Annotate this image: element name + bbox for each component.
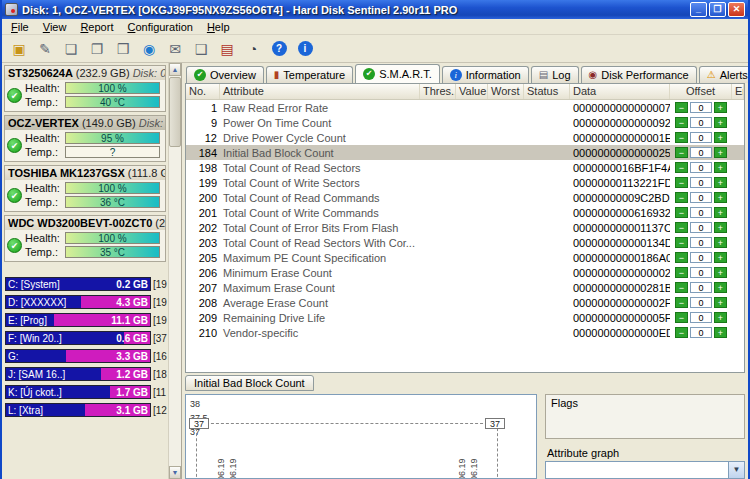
smart-attribute-row[interactable]: 206 Minimum Erase Count 0000000000000002…: [186, 265, 744, 280]
offset-decrease-button[interactable]: −: [675, 297, 688, 308]
smart-attribute-row[interactable]: 201 Total Count of Write Commands 000000…: [186, 205, 744, 220]
column-header[interactable]: Thres...: [420, 84, 456, 99]
tab[interactable]: ▤ Log: [531, 66, 579, 83]
offset-decrease-button[interactable]: −: [675, 237, 688, 248]
overview-icon[interactable]: ▣: [7, 37, 31, 61]
offset-decrease-button[interactable]: −: [675, 267, 688, 278]
offset-increase-button[interactable]: +: [714, 297, 727, 308]
offset-increase-button[interactable]: +: [714, 312, 727, 323]
help-icon[interactable]: ?: [267, 37, 291, 61]
mail-report-icon[interactable]: ✉: [163, 37, 187, 61]
offset-decrease-button[interactable]: −: [675, 222, 688, 233]
offset-decrease-button[interactable]: −: [675, 117, 688, 128]
disk-sync-icon[interactable]: ❒: [111, 37, 135, 61]
smart-attribute-row[interactable]: 9 Power On Time Count 0000000000000092 −…: [186, 115, 744, 130]
offset-increase-button[interactable]: +: [714, 192, 727, 203]
column-header[interactable]: Status: [524, 84, 570, 99]
disk-item[interactable]: WDC WD3200BEVT-00ZCT0 (298 ✔ Health: 100…: [4, 215, 166, 262]
smart-attribute-row[interactable]: 208 Average Erase Count 000000000000002F…: [186, 295, 744, 310]
partition-row[interactable]: F: [Win 20..] 0.6 GB [37: [5, 330, 168, 346]
scroll-up-icon[interactable]: ▲: [169, 63, 181, 76]
offset-decrease-button[interactable]: −: [675, 327, 688, 338]
column-header[interactable]: Er: [732, 84, 744, 99]
column-header[interactable]: Value: [456, 84, 488, 99]
offset-increase-button[interactable]: +: [714, 207, 727, 218]
menu-item[interactable]: Configuration: [120, 20, 199, 34]
close-button[interactable]: ✕: [728, 2, 745, 17]
disk-copy-icon[interactable]: ❏: [59, 37, 83, 61]
web-icon[interactable]: ◉: [137, 37, 161, 61]
smart-attribute-row[interactable]: 210 Vendor-specific 00000000000000ED − 0…: [186, 325, 744, 340]
offset-increase-button[interactable]: +: [714, 132, 727, 143]
chevron-down-icon[interactable]: ▼: [728, 462, 744, 478]
offset-decrease-button[interactable]: −: [675, 132, 688, 143]
offset-increase-button[interactable]: +: [714, 222, 727, 233]
disk-item[interactable]: TOSHIBA MK1237GSX (111.8 GB) ✔ Health: 1…: [4, 165, 166, 212]
attribute-graph-select[interactable]: ▼: [545, 461, 745, 479]
smart-attribute-row[interactable]: 184 Initial Bad Block Count 000000000000…: [186, 145, 744, 160]
offset-decrease-button[interactable]: −: [675, 252, 688, 263]
menu-item[interactable]: View: [36, 20, 74, 34]
partition-row[interactable]: D: [XXXXXX] 4.3 GB [19: [5, 294, 168, 310]
offset-increase-button[interactable]: +: [714, 102, 727, 113]
detail-tab[interactable]: Initial Bad Block Count: [185, 375, 314, 391]
menu-item[interactable]: Help: [200, 20, 237, 34]
smart-attribute-row[interactable]: 203 Total Count of Read Sectors With Cor…: [186, 235, 744, 250]
disk-move-icon[interactable]: ❐: [85, 37, 109, 61]
partition-row[interactable]: L: [Xtra] 3.1 GB [12: [5, 402, 168, 418]
info-icon[interactable]: i: [293, 37, 317, 61]
smart-attribute-row[interactable]: 1 Raw Read Error Rate 0000000000000007 −…: [186, 100, 744, 115]
minimize-button[interactable]: _: [690, 2, 707, 17]
gauge-icon[interactable]: ◔: [241, 37, 265, 61]
maximize-button[interactable]: ❐: [709, 2, 726, 17]
title-bar[interactable]: Disk: 1, OCZ-VERTEX [OKGJ39F95NX9ZS56O6T…: [2, 0, 748, 19]
disk-item[interactable]: ST3250624A (232.9 GB) Disk: 0 ✔ Health: …: [4, 65, 166, 112]
disk-item[interactable]: OCZ-VERTEX (149.0 GB) Disk: 1 ✔ Health: …: [4, 115, 166, 162]
partition-row[interactable]: E: [Prog] 11.1 GB [19: [5, 312, 168, 328]
offset-increase-button[interactable]: +: [714, 237, 727, 248]
disk-pair-icon[interactable]: ❑: [189, 37, 213, 61]
offset-increase-button[interactable]: +: [714, 252, 727, 263]
offset-decrease-button[interactable]: −: [675, 312, 688, 323]
partition-row[interactable]: G: 3.3 GB [16: [5, 348, 168, 364]
tab[interactable]: ⚠ Alerts: [699, 66, 748, 83]
offset-decrease-button[interactable]: −: [675, 102, 688, 113]
partition-row[interactable]: J: [SAM 16..] 1.2 GB [18: [5, 366, 168, 382]
smart-attribute-row[interactable]: 207 Maximum Erase Count 000000000000281B…: [186, 280, 744, 295]
column-header[interactable]: No.: [186, 84, 220, 99]
partition-row[interactable]: K: [Új ckot..] 1.7 GB [11: [5, 384, 168, 400]
offset-decrease-button[interactable]: −: [675, 207, 688, 218]
column-header[interactable]: Attribute: [220, 84, 420, 99]
offset-increase-button[interactable]: +: [714, 327, 727, 338]
column-header[interactable]: Worst: [488, 84, 524, 99]
tab[interactable]: ✔ S.M.A.R.T.: [355, 64, 440, 83]
smart-attribute-row[interactable]: 205 Maximum PE Count Specification 00000…: [186, 250, 744, 265]
sidebar-scrollbar[interactable]: ▲ ▼: [168, 63, 181, 479]
offset-increase-button[interactable]: +: [714, 117, 727, 128]
tab[interactable]: i Information: [442, 66, 529, 83]
scrollbar-thumb[interactable]: [169, 77, 181, 147]
smart-attribute-row[interactable]: 199 Total Count of Write Sectors 0000000…: [186, 175, 744, 190]
offset-increase-button[interactable]: +: [714, 282, 727, 293]
offset-increase-button[interactable]: +: [714, 177, 727, 188]
performance-monitor-icon[interactable]: ▤: [215, 37, 239, 61]
smart-attribute-row[interactable]: 12 Drive Power Cycle Count 0000000000000…: [186, 130, 744, 145]
tab[interactable]: ▮ Temperature: [266, 66, 353, 83]
tab[interactable]: ◉ Disk Performance: [581, 66, 697, 83]
offset-increase-button[interactable]: +: [714, 267, 727, 278]
smart-attribute-row[interactable]: 209 Remaining Drive Life 000000000000005…: [186, 310, 744, 325]
offset-decrease-button[interactable]: −: [675, 192, 688, 203]
offset-decrease-button[interactable]: −: [675, 177, 688, 188]
attribute-graph[interactable]: 38 37.5 37 37 37 06.1906.1906.1906.19: [185, 394, 537, 479]
menu-item[interactable]: Report: [73, 20, 120, 34]
scroll-down-icon[interactable]: ▼: [169, 466, 181, 479]
partition-row[interactable]: C: [System] 0.2 GB [19: [5, 276, 168, 292]
offset-increase-button[interactable]: +: [714, 147, 727, 158]
offset-decrease-button[interactable]: −: [675, 282, 688, 293]
menu-item[interactable]: File: [4, 20, 36, 34]
smart-attribute-row[interactable]: 200 Total Count of Read Commands 0000000…: [186, 190, 744, 205]
column-header[interactable]: Offset: [670, 84, 732, 99]
report-icon[interactable]: ✎: [33, 37, 57, 61]
column-header[interactable]: Data: [570, 84, 670, 99]
offset-decrease-button[interactable]: −: [675, 147, 688, 158]
